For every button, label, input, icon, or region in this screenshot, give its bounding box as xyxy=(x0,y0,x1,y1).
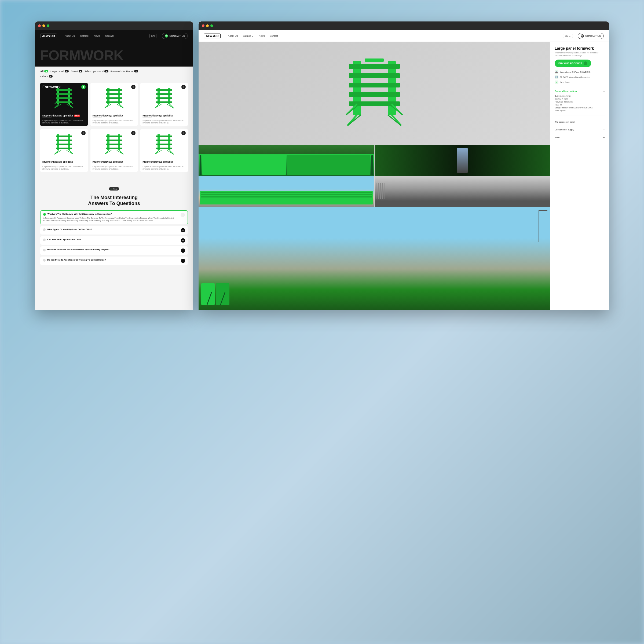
svg-rect-24 xyxy=(156,89,172,91)
buy-arrow-icon: → xyxy=(584,61,587,65)
faq-toggle-3[interactable]: + xyxy=(181,238,185,243)
expand-dot[interactable] xyxy=(47,24,49,27)
left-nav-catalog[interactable]: Catalog xyxy=(80,35,89,37)
svg-rect-34 xyxy=(56,136,72,137)
product-card-4[interactable]: Krupnoshitaevaya opalubka Krupnoshitaeva… xyxy=(40,129,88,172)
svg-rect-44 xyxy=(106,136,122,137)
left-nav-contact[interactable]: Contact xyxy=(105,35,114,37)
right-close-dot[interactable] xyxy=(202,24,204,27)
product-card-2[interactable]: Krupnoshitaevaya opalubka Krupnoshitaeva… xyxy=(90,83,138,126)
product-img-2 xyxy=(90,83,138,112)
faq-toggle-2[interactable]: + xyxy=(181,228,185,232)
left-nav-news[interactable]: News xyxy=(94,35,100,37)
svg-rect-2 xyxy=(56,89,72,91)
svg-rect-4 xyxy=(56,97,72,99)
filter-floors[interactable]: Formwork for Floors ▲ xyxy=(111,70,138,73)
product-info-3: Krupnoshitaevaya opalubka Krupnoshitaeva… xyxy=(140,112,188,126)
faq-question-2: What Types Of Mold Systems Do You Offer? xyxy=(47,228,92,230)
right-lang-btn[interactable]: EN⌄ xyxy=(563,34,573,38)
right-nav-catalog[interactable]: Catalog ⌄ xyxy=(243,35,254,37)
thumb-1[interactable] xyxy=(199,145,374,176)
product-info-5: Krupnoshitaevaya opalubka Krupnoshitaeva… xyxy=(90,158,138,172)
product-card-3[interactable]: Krupnoshitaevaya opalubka Krupnoshitaeva… xyxy=(140,83,188,126)
faq-toggle-4[interactable]: + xyxy=(181,248,185,253)
faq-toggle-1[interactable]: − xyxy=(181,213,185,217)
general-instruction-title[interactable]: General Instruction xyxy=(555,90,577,93)
left-phone-icon: ☎ xyxy=(165,34,168,38)
thumb-3[interactable] xyxy=(199,176,374,207)
filter-all[interactable]: All ▲ xyxy=(40,70,48,73)
accordion-toggle-supply[interactable]: + xyxy=(603,128,605,132)
close-dot[interactable] xyxy=(38,24,41,27)
faq-question-5: Do You Provide Assistance Or Training To… xyxy=(47,259,106,261)
left-lang-btn[interactable]: EN xyxy=(149,34,157,38)
svg-rect-17 xyxy=(106,101,122,103)
right-contact-btn[interactable]: ☎ CONTACT US xyxy=(578,33,604,39)
shipping-icon: 🚢 xyxy=(555,70,558,74)
product-card-6[interactable]: Krupnoshitaevaya opalubka Krupnoshitaeva… xyxy=(140,129,188,172)
buy-product-button[interactable]: BUY OUR PRODUCT → xyxy=(555,60,591,67)
svg-rect-47 xyxy=(106,148,122,149)
spec-height: H120 cm xyxy=(555,103,605,106)
right-expand-dot[interactable] xyxy=(210,24,213,27)
product-card-1[interactable]: Formwork Krupnoshitaevaya opalubka NEW K… xyxy=(40,83,88,126)
faq-toggle-5[interactable]: + xyxy=(181,259,185,263)
svg-rect-26 xyxy=(156,97,172,99)
product-img-6 xyxy=(140,129,188,158)
accordion-toggle-awns[interactable]: + xyxy=(603,136,605,140)
accordion-awns[interactable]: Awns + xyxy=(555,134,605,141)
right-logo[interactable]: ALW●OD xyxy=(204,34,221,38)
product-img-5 xyxy=(90,129,138,158)
right-nav-news[interactable]: News xyxy=(259,35,265,37)
faq-item-1[interactable]: What Are The Molds, And Why Is It Necess… xyxy=(40,210,188,225)
product-name-2: Krupnoshitaevaya opalubka xyxy=(93,114,136,117)
right-nav: ALW●OD About Us Catalog ⌄ News Contact E… xyxy=(199,30,609,42)
left-nav-about[interactable]: About Us xyxy=(65,35,75,37)
thumb-2[interactable] xyxy=(375,145,550,176)
guarantee-icon: 🔄 xyxy=(555,75,558,79)
filter-telescopic[interactable]: Telescopic stand ▲ xyxy=(85,70,108,73)
faq-dot-5 xyxy=(43,259,46,262)
faq-item-2[interactable]: What Types Of Mold Systems Do You Offer?… xyxy=(40,226,188,235)
left-hero: FORMWORK xyxy=(35,42,193,67)
spec-fast-safe: Fast, Safe installation xyxy=(555,100,605,103)
thumb-4[interactable] xyxy=(375,176,550,207)
thumbnail-grid xyxy=(199,145,550,207)
right-minimize-dot[interactable] xyxy=(206,24,209,27)
main-formwork-svg xyxy=(342,56,407,131)
svg-rect-14 xyxy=(106,89,122,91)
product-info-column: Large panel formwork Krupnoshitaevaya op… xyxy=(550,42,609,310)
right-nav-contact[interactable]: Contact xyxy=(270,35,278,37)
product-card-5[interactable]: Krupnoshitaevaya opalubka Krupnoshitaeva… xyxy=(90,129,138,172)
left-logo[interactable]: ALW●OD xyxy=(40,34,57,38)
accordion-toggle-hand[interactable]: + xyxy=(603,120,605,124)
filter-large-panel[interactable]: Large panel ▲ xyxy=(50,70,69,73)
faq-question-1: What Are The Molds, And Why Is It Necess… xyxy=(47,213,112,215)
faq-item-3[interactable]: Can Your Mold Systems Re-Use? + xyxy=(40,236,188,245)
svg-rect-66 xyxy=(349,83,400,87)
svg-rect-16 xyxy=(106,97,122,99)
left-contact-btn[interactable]: ☎ CONTACT US xyxy=(162,33,188,39)
faq-question-3: Can Your Mold Systems Re-Use? xyxy=(47,238,81,241)
faq-item-5[interactable]: Do You Provide Assistance Or Training To… xyxy=(40,257,188,265)
svg-rect-64 xyxy=(349,64,400,69)
filter-smart[interactable]: Smart ▲ xyxy=(71,70,82,73)
featured-label: Formwork xyxy=(42,85,61,89)
faq-dot-4 xyxy=(43,249,46,251)
large-site-image xyxy=(199,207,550,310)
product-desc-4: Krupnoshitaevaya opalubka is used for al… xyxy=(42,165,86,170)
right-nav-about[interactable]: About Us xyxy=(228,35,238,37)
faq-item-4[interactable]: How Can I Choose The Correct Mold System… xyxy=(40,246,188,255)
accordion-hand[interactable]: The purpose of hand + xyxy=(555,118,605,126)
faq-dot-3 xyxy=(43,239,46,241)
faq-answer-1: A Temporary Or Permanent Structure Used … xyxy=(43,217,178,222)
hero-title: FORMWORK xyxy=(40,48,188,62)
section-collapse-btn[interactable]: − xyxy=(603,90,605,93)
filter-others[interactable]: Others ▲ xyxy=(40,75,53,78)
spec-pressure: Design Pressure of FRESH CONCRERE MIX: xyxy=(555,106,605,109)
svg-rect-35 xyxy=(56,140,72,141)
products-grid: Formwork Krupnoshitaevaya opalubka NEW K… xyxy=(35,80,193,175)
minimize-dot[interactable] xyxy=(42,24,45,27)
accordion-supply[interactable]: Circulation of supply + xyxy=(555,126,605,134)
accordion-label-awns: Awns xyxy=(555,136,560,139)
